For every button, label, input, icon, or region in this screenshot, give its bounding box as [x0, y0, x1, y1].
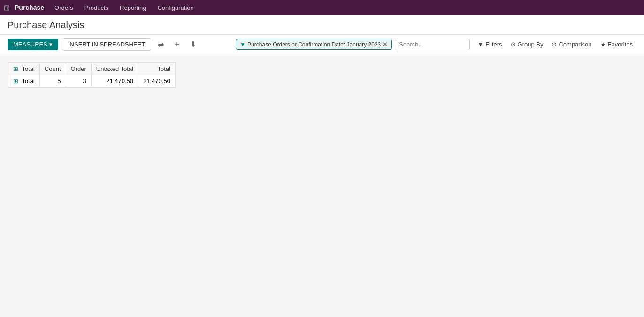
main-content: ⊞ Total Count Order Untaxed Total Total … [0, 54, 644, 97]
add-icon[interactable]: ＋ [170, 38, 184, 51]
comparison-label: Comparison [559, 41, 591, 48]
nav-products[interactable]: Products [80, 2, 113, 13]
app-grid-icon[interactable]: ⊞ [4, 3, 10, 12]
col-count: Count [39, 63, 66, 75]
cell-total: 21,470.50 [138, 75, 176, 87]
measures-chevron-icon: ▾ [49, 41, 53, 48]
total-header-label: Total [22, 65, 34, 72]
cell-untaxed-total: 21,470.50 [91, 75, 138, 87]
filters-label: Filters [485, 41, 502, 48]
col-total: Total [138, 63, 176, 75]
nav-reporting[interactable]: Reporting [115, 2, 151, 13]
filter-chip-text: Purchase Orders or Confirmation Date: Ja… [247, 41, 381, 48]
insert-spreadsheet-button[interactable]: INSERT IN SPREADSHEET [62, 38, 151, 51]
table-header-expand: ⊞ Total [8, 63, 40, 75]
table-row: ⊞ Total 5 3 21,470.50 21,470.50 [8, 75, 176, 87]
filters-icon: ▼ [477, 41, 483, 48]
col-untaxed-total: Untaxed Total [91, 63, 138, 75]
row-label: ⊞ Total [8, 75, 40, 87]
cell-count: 5 [39, 75, 66, 87]
measures-label: MEASURES [13, 41, 47, 48]
table-wrapper: ⊞ Total Count Order Untaxed Total Total … [8, 62, 636, 89]
filter-chip: ▼ Purchase Orders or Confirmation Date: … [236, 39, 392, 50]
page-header: Purchase Analysis [0, 15, 644, 35]
search-input[interactable] [395, 39, 470, 50]
expand-icon[interactable]: ⊞ [13, 65, 18, 72]
row-total-label: Total [22, 77, 34, 85]
download-icon[interactable]: ⬇ [187, 38, 199, 51]
filter-chip-icon: ▼ [240, 41, 245, 48]
cell-order: 3 [66, 75, 91, 87]
group-by-label: Group By [518, 41, 544, 48]
col-order: Order [66, 63, 91, 75]
measures-button[interactable]: MEASURES ▾ [8, 39, 58, 50]
top-navigation: ⊞ Purchase Orders Products Reporting Con… [0, 0, 644, 15]
nav-orders[interactable]: Orders [50, 2, 78, 13]
group-by-button[interactable]: ⊙ Group By [507, 39, 547, 50]
pivot-table: ⊞ Total Count Order Untaxed Total Total … [8, 62, 176, 88]
filter-chip-remove[interactable]: ✕ [383, 41, 388, 48]
settings-icon[interactable]: ⇌ [155, 38, 167, 51]
favorites-icon: ★ [600, 41, 606, 48]
row-expand-icon[interactable]: ⊞ [13, 77, 18, 85]
group-by-icon: ⊙ [511, 41, 516, 48]
comparison-icon: ⊙ [552, 41, 557, 48]
right-controls: ▼ Filters ⊙ Group By ⊙ Comparison ★ Favo… [474, 39, 636, 50]
page-title: Purchase Analysis [8, 20, 636, 31]
toolbar: MEASURES ▾ INSERT IN SPREADSHEET ⇌ ＋ ⬇ ▼… [0, 35, 644, 54]
favorites-label: Favorites [608, 41, 633, 48]
app-name[interactable]: Purchase [15, 4, 44, 11]
nav-configuration[interactable]: Configuration [153, 2, 198, 13]
comparison-button[interactable]: ⊙ Comparison [548, 39, 595, 50]
favorites-button[interactable]: ★ Favorites [597, 39, 636, 50]
filters-button[interactable]: ▼ Filters [474, 39, 506, 50]
